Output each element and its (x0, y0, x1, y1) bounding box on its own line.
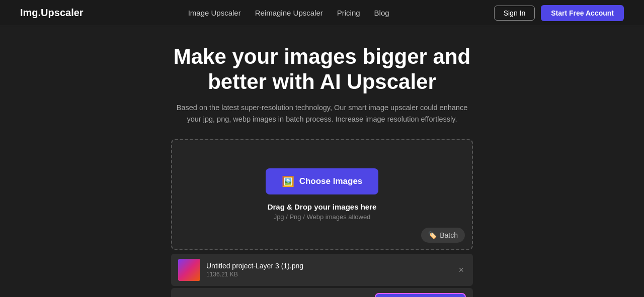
file-thumbnail (178, 259, 200, 281)
batch-label: Batch (440, 231, 458, 239)
bottom-bar: Ratio: 200% 400% Clear All ↻ Upload & St… (171, 288, 473, 297)
file-close-button[interactable]: × (456, 265, 466, 275)
upload-section: 🖼️ Choose Images Drag & Drop your images… (0, 139, 644, 297)
hero-section: Make your images bigger and better with … (0, 26, 644, 134)
navbar: Img.Upscaler Image Upscaler Reimagine Up… (0, 0, 644, 26)
choose-images-button[interactable]: 🖼️ Choose Images (266, 168, 379, 194)
upload-icon: 🖼️ (282, 175, 294, 187)
choose-images-label: Choose Images (299, 176, 363, 186)
image-upscaler-link[interactable]: Image Upscaler (188, 9, 241, 17)
batch-icon: 🏷️ (428, 231, 437, 239)
file-size: 1136.21 KB (206, 271, 450, 278)
dropzone-text: Drag & Drop your images here Jpg / Png /… (268, 203, 377, 221)
formats-text: Jpg / Png / Webp images allowed (268, 213, 377, 221)
blog-link[interactable]: Blog (374, 9, 389, 17)
hero-description: Based on the latest super-resolution tec… (171, 102, 473, 125)
upload-start-button[interactable]: ↻ Upload & Start (375, 293, 466, 297)
signin-button[interactable]: Sign In (494, 6, 535, 21)
drag-drop-text: Drag & Drop your images here (268, 203, 377, 211)
file-item: Untitled project-Layer 3 (1).png 1136.21… (171, 254, 473, 286)
file-info: Untitled project-Layer 3 (1).png 1136.21… (206, 262, 450, 278)
nav-links: Image Upscaler Reimagine Upscaler Pricin… (188, 9, 389, 17)
batch-button[interactable]: 🏷️ Batch (421, 228, 465, 243)
nav-logo: Img.Upscaler (20, 7, 84, 19)
dropzone[interactable]: 🖼️ Choose Images Drag & Drop your images… (171, 139, 473, 250)
file-name: Untitled project-Layer 3 (1).png (206, 262, 450, 270)
start-free-button[interactable]: Start Free Account (541, 5, 624, 21)
nav-actions: Sign In Start Free Account (494, 5, 624, 21)
reimagine-upscaler-link[interactable]: Reimagine Upscaler (255, 9, 323, 17)
pricing-link[interactable]: Pricing (337, 9, 360, 17)
hero-title: Make your images bigger and better with … (10, 44, 634, 95)
